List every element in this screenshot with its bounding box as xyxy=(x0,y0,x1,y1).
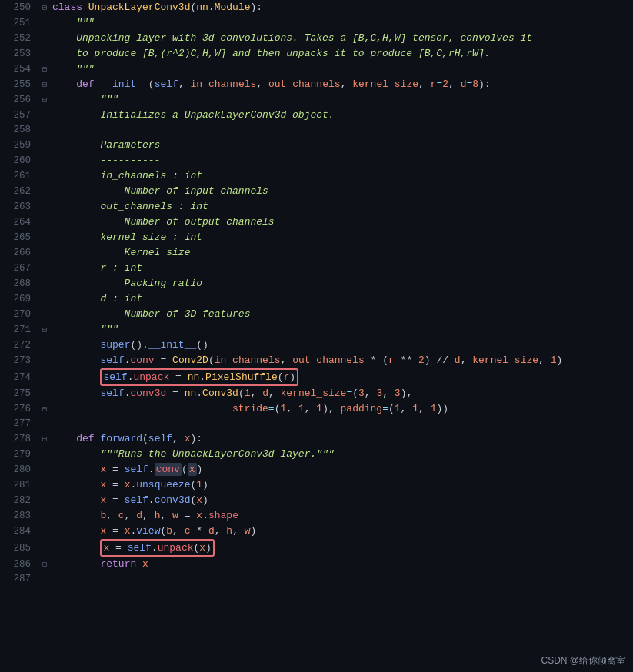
line-281: 281 x = x.unsqueeze(1) xyxy=(0,477,633,493)
line-282: 282 x = self.conv3d(x) xyxy=(0,493,633,508)
line-285: 285 x = self.unpack(x) xyxy=(0,539,633,557)
line-284: 284 x = x.view(b, c * d, h, w) xyxy=(0,524,633,539)
line-254: 254 ⊟ """ xyxy=(0,62,633,77)
line-286: 286 ⊟ return x xyxy=(0,557,633,572)
line-260: 260 ---------- xyxy=(0,153,633,168)
line-270: 270 Number of 3D features xyxy=(0,307,633,322)
line-271: 271 ⊟ """ xyxy=(0,322,633,338)
line-279: 279 """Runs the UnpackLayerConv3d layer.… xyxy=(0,447,633,462)
line-267: 267 r : int xyxy=(0,261,633,276)
line-256: 256 ⊟ """ xyxy=(0,92,633,108)
line-263: 263 out_channels : int xyxy=(0,199,633,215)
line-252: 252 Unpacking layer with 3d convolutions… xyxy=(0,31,633,46)
line-251: 251 """ xyxy=(0,15,633,31)
line-266: 266 Kernel size xyxy=(0,245,633,261)
code-editor: 250 ⊟ class UnpackLayerConv3d(nn.Module)… xyxy=(0,0,633,672)
line-265: 265 kernel_size : int xyxy=(0,230,633,245)
line-261: 261 in_channels : int xyxy=(0,168,633,184)
line-259: 259 Parameters xyxy=(0,138,633,153)
line-287: 287 xyxy=(0,572,633,587)
line-276: 276 ⊟ stride=(1, 1, 1), padding=(1, 1, 1… xyxy=(0,401,633,417)
line-257: 257 Initializes a UnpackLayerConv3d obje… xyxy=(0,108,633,123)
watermark: CSDN @给你倾窝室 xyxy=(541,654,625,667)
line-277: 277 xyxy=(0,417,633,431)
line-278: 278 ⊟ def forward(self, x): xyxy=(0,431,633,447)
line-258: 258 xyxy=(0,123,633,138)
line-274: 274 self.unpack = nn.PixelShuffle(r) xyxy=(0,368,633,386)
line-283: 283 b, c, d, h, w = x.shape xyxy=(0,508,633,524)
line-280: 280 x = self.conv(x) xyxy=(0,462,633,477)
line-269: 269 d : int xyxy=(0,291,633,307)
line-272: 272 super().__init__() xyxy=(0,338,633,353)
line-273: 273 self.conv = Conv2D(in_channels, out_… xyxy=(0,353,633,368)
line-275: 275 self.conv3d = nn.Conv3d(1, d, kernel… xyxy=(0,386,633,401)
line-250: 250 ⊟ class UnpackLayerConv3d(nn.Module)… xyxy=(0,0,633,15)
line-253: 253 to produce [B,(r^2)C,H,W] and then u… xyxy=(0,46,633,62)
line-262: 262 Number of input channels xyxy=(0,184,633,199)
line-264: 264 Number of output channels xyxy=(0,215,633,230)
line-268: 268 Packing ratio xyxy=(0,276,633,291)
line-255: 255 ⊟ def __init__(self, in_channels, ou… xyxy=(0,77,633,92)
